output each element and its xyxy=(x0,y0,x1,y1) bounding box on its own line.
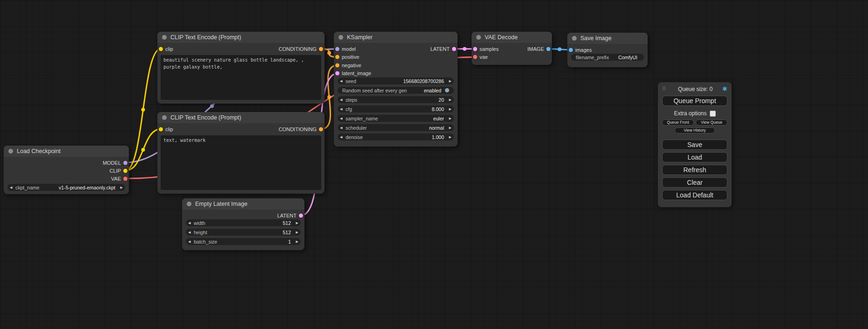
node-clip-text-encode-positive[interactable]: CLIP Text Encode (Prompt) clip CONDITION… xyxy=(157,32,325,104)
slot-row: vae xyxy=(472,53,552,61)
widget-value: ComfyUI xyxy=(609,55,639,60)
widget-label: sampler_name xyxy=(346,116,378,121)
save-button[interactable]: Save xyxy=(662,140,727,150)
output-slot-label: LATENT xyxy=(430,46,450,52)
node-vae-decode[interactable]: VAE Decode samples IMAGE vae xyxy=(472,32,552,65)
input-slot-positive[interactable] xyxy=(335,55,339,59)
link-midpoint-dot xyxy=(327,95,331,99)
node-title-bar[interactable]: CLIP Text Encode (Prompt) xyxy=(157,112,325,123)
widget-label: batch_size xyxy=(194,239,217,245)
node-title-bar[interactable]: KSampler xyxy=(334,32,458,43)
output-slot-conditioning[interactable] xyxy=(319,47,323,51)
slot-row: latent_image xyxy=(334,70,458,78)
refresh-button[interactable]: Refresh xyxy=(662,165,727,175)
decrement-arrow-icon[interactable]: ◀ xyxy=(340,117,346,120)
node-title-bar[interactable]: Save Image xyxy=(567,33,648,44)
increment-arrow-icon[interactable]: ▶ xyxy=(446,79,452,83)
output-slot-conditioning[interactable] xyxy=(319,127,323,131)
decrement-arrow-icon[interactable]: ◀ xyxy=(340,135,346,139)
node-ksampler[interactable]: KSampler model LATENT positive negative … xyxy=(334,32,458,147)
input-slot-clip[interactable] xyxy=(159,127,163,131)
widget-denoise[interactable]: ◀ denoise 1.000 ▶ xyxy=(338,133,454,140)
widget-random-seed-toggle[interactable]: Random seed after every gen enabled xyxy=(338,87,454,94)
slot-row: negative xyxy=(334,61,458,70)
input-slot-negative[interactable] xyxy=(335,63,339,67)
input-slot-clip[interactable] xyxy=(159,47,163,51)
increment-arrow-icon[interactable]: ▶ xyxy=(446,117,452,120)
decrement-arrow-icon[interactable]: ◀ xyxy=(10,186,15,189)
positive-prompt-textarea[interactable]: beautiful scenery nature glass bottle la… xyxy=(161,55,321,100)
widget-width[interactable]: ◀ width 512 ▶ xyxy=(186,219,301,226)
collapse-dot[interactable] xyxy=(162,35,167,40)
decrement-arrow-icon[interactable]: ◀ xyxy=(340,79,346,83)
node-title-bar[interactable]: CLIP Text Encode (Prompt) xyxy=(157,32,325,43)
output-slot-latent[interactable] xyxy=(452,47,456,51)
node-clip-text-encode-negative[interactable]: CLIP Text Encode (Prompt) clip CONDITION… xyxy=(157,112,325,194)
queue-prompt-button[interactable]: Queue Prompt xyxy=(662,96,727,106)
node-load-checkpoint[interactable]: Load Checkpoint MODEL CLIP VAE ◀ ckpt_na… xyxy=(4,146,129,194)
widget-height[interactable]: ◀ height 512 ▶ xyxy=(186,229,301,236)
view-history-button[interactable]: View History xyxy=(675,127,715,133)
widget-sampler-name[interactable]: ◀ sampler_name euler ▶ xyxy=(338,115,454,122)
output-slot-label: CONDITIONING xyxy=(279,126,317,132)
increment-arrow-icon[interactable]: ▶ xyxy=(446,98,452,101)
node-empty-latent-image[interactable]: Empty Latent Image LATENT ◀ width 512 ▶ … xyxy=(182,198,304,250)
input-slot-vae[interactable] xyxy=(473,55,477,59)
widget-cfg[interactable]: ◀ cfg 8.000 ▶ xyxy=(338,105,454,112)
widget-value: enabled xyxy=(407,88,443,93)
collapse-dot[interactable] xyxy=(572,36,577,41)
increment-arrow-icon[interactable]: ▶ xyxy=(293,221,298,224)
collapse-dot[interactable] xyxy=(187,202,191,206)
node-title-bar[interactable]: Load Checkpoint xyxy=(4,146,129,157)
decrement-arrow-icon[interactable]: ◀ xyxy=(188,231,194,234)
increment-arrow-icon[interactable]: ▶ xyxy=(293,240,298,243)
increment-arrow-icon[interactable]: ▶ xyxy=(293,231,298,234)
slot-row: images xyxy=(567,46,648,54)
extra-options-checkbox[interactable] xyxy=(710,111,716,117)
node-title-bar[interactable]: VAE Decode xyxy=(472,32,552,43)
collapse-dot[interactable] xyxy=(339,35,343,40)
decrement-arrow-icon[interactable]: ◀ xyxy=(340,98,346,101)
widget-label: denoise xyxy=(346,134,363,140)
collapse-dot[interactable] xyxy=(476,35,481,40)
output-slot-model[interactable] xyxy=(123,161,127,165)
input-slot-model[interactable] xyxy=(335,47,339,51)
load-default-button[interactable]: Load Default xyxy=(662,190,727,200)
queue-front-button[interactable]: Queue Front xyxy=(662,119,694,126)
widget-scheduler[interactable]: ◀ scheduler normal ▶ xyxy=(338,124,454,131)
increment-arrow-icon[interactable]: ▶ xyxy=(446,107,452,111)
load-button[interactable]: Load xyxy=(662,152,727,162)
output-slot-clip[interactable] xyxy=(123,168,127,173)
link-midpoint-dot xyxy=(327,51,331,55)
input-slot-samples[interactable] xyxy=(473,47,477,51)
toggle-knob[interactable] xyxy=(445,88,449,92)
slot-row: CLIP xyxy=(4,167,129,175)
node-save-image[interactable]: Save Image images filename_prefix ComfyU… xyxy=(567,33,648,67)
output-slot-vae[interactable] xyxy=(123,176,127,181)
increment-arrow-icon[interactable]: ▶ xyxy=(446,135,452,139)
increment-arrow-icon[interactable]: ▶ xyxy=(446,126,452,129)
output-slot-image[interactable] xyxy=(546,47,550,51)
negative-prompt-textarea[interactable]: text, watermark xyxy=(161,135,321,190)
drag-handle-icon[interactable]: ⠿ xyxy=(662,86,666,92)
clear-button[interactable]: Clear xyxy=(662,177,727,188)
widget-steps[interactable]: ◀ steps 20 ▶ xyxy=(338,96,454,103)
decrement-arrow-icon[interactable]: ◀ xyxy=(188,240,194,243)
increment-arrow-icon[interactable]: ▶ xyxy=(117,186,123,189)
widget-seed[interactable]: ◀ seed 156680208700286 ▶ xyxy=(338,77,454,84)
widget-batch-size[interactable]: ◀ batch_size 1 ▶ xyxy=(186,238,301,245)
widget-ckpt-name[interactable]: ◀ ckpt_name v1-5-pruned-emaonly.ckpt ▶ xyxy=(7,184,125,191)
queue-menu-panel: ⠿ Queue size: 0 ✱ Queue Prompt Extra opt… xyxy=(658,82,732,207)
collapse-dot[interactable] xyxy=(162,115,167,120)
input-slot-images[interactable] xyxy=(569,48,573,52)
view-queue-button[interactable]: View Queue xyxy=(696,119,727,126)
widget-filename-prefix[interactable]: filename_prefix ComfyUI xyxy=(571,54,644,61)
settings-gear-icon[interactable]: ✱ xyxy=(722,85,727,92)
collapse-dot[interactable] xyxy=(8,149,13,154)
input-slot-latent-image[interactable] xyxy=(335,71,339,76)
decrement-arrow-icon[interactable]: ◀ xyxy=(340,126,346,129)
decrement-arrow-icon[interactable]: ◀ xyxy=(340,107,346,111)
decrement-arrow-icon[interactable]: ◀ xyxy=(188,221,194,224)
node-title-bar[interactable]: Empty Latent Image xyxy=(182,198,304,210)
output-slot-latent[interactable] xyxy=(299,213,303,217)
